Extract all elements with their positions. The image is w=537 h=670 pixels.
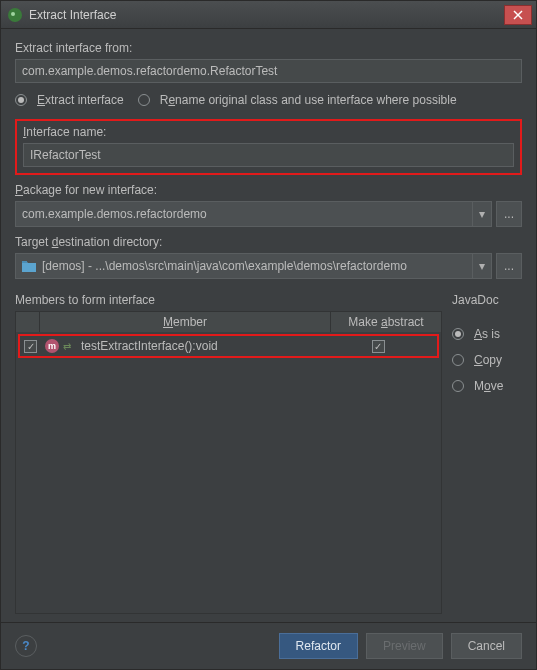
th-check xyxy=(16,312,40,332)
javadoc-asis-label: As is xyxy=(474,327,500,341)
destination-combo[interactable]: [demos] - ...\demos\src\main\java\com\ex… xyxy=(15,253,492,279)
radio-icon xyxy=(452,328,464,340)
javadoc-move-label: Move xyxy=(474,379,503,393)
chevron-down-icon: ▾ xyxy=(472,254,485,278)
dialog-footer: ? Refactor Preview Cancel xyxy=(1,622,536,669)
javadoc-panel: JavaDoc As is Copy Move xyxy=(452,293,522,614)
destination-label: Target destination directory: xyxy=(15,235,522,249)
javadoc-move-option[interactable]: Move xyxy=(452,379,522,393)
preview-button: Preview xyxy=(366,633,443,659)
radio-icon xyxy=(15,94,27,106)
refactor-button[interactable]: Refactor xyxy=(279,633,358,659)
chevron-down-icon: ▾ xyxy=(472,202,485,226)
close-icon xyxy=(513,10,523,20)
package-combo[interactable]: com.example.demos.refactordemo ▾ xyxy=(15,201,492,227)
svg-point-0 xyxy=(8,8,22,22)
members-area: Members to form interface Member Make ab… xyxy=(15,293,522,614)
extract-from-label: Extract interface from: xyxy=(15,41,522,55)
dialog-window: Extract Interface Extract interface from… xyxy=(0,0,537,670)
dialog-content: Extract interface from: Extract interfac… xyxy=(1,29,536,622)
interface-name-section: Interface name: xyxy=(15,119,522,175)
javadoc-copy-label: Copy xyxy=(474,353,502,367)
dialog-title: Extract Interface xyxy=(29,8,504,22)
members-header: Member Make abstract xyxy=(16,312,441,332)
package-browse-button[interactable]: ... xyxy=(496,201,522,227)
svg-point-1 xyxy=(11,12,15,16)
help-button[interactable]: ? xyxy=(15,635,37,657)
radio-icon xyxy=(452,380,464,392)
javadoc-copy-option[interactable]: Copy xyxy=(452,353,522,367)
package-section: Package for new interface: com.example.d… xyxy=(15,183,522,227)
destination-section: Target destination directory: [demos] - … xyxy=(15,235,522,279)
abstract-cell: ✓ xyxy=(323,340,433,353)
member-checkbox[interactable]: ✓ xyxy=(24,340,37,353)
close-button[interactable] xyxy=(504,5,532,25)
members-left: Members to form interface Member Make ab… xyxy=(15,293,442,614)
member-name: testExtractInterface():void xyxy=(81,339,323,353)
extract-from-input[interactable] xyxy=(15,59,522,83)
mode-row: Extract interface Rename original class … xyxy=(15,93,522,107)
method-icon: m xyxy=(45,339,59,353)
mode-extract-option[interactable]: Extract interface xyxy=(15,93,124,107)
interface-name-label: Interface name: xyxy=(23,125,514,139)
radio-icon xyxy=(138,94,150,106)
package-value: com.example.demos.refactordemo xyxy=(22,207,207,221)
mode-rename-label: Rename original class and use interface … xyxy=(160,93,457,107)
members-table: Member Make abstract ✓ m ⇄ testExtractIn… xyxy=(15,311,442,614)
interface-name-input[interactable] xyxy=(23,143,514,167)
return-type-icon: ⇄ xyxy=(63,341,71,352)
radio-icon xyxy=(452,354,464,366)
folder-icon xyxy=(22,261,36,272)
members-title: Members to form interface xyxy=(15,293,442,307)
mode-extract-label: Extract interface xyxy=(37,93,124,107)
th-member: Member xyxy=(40,312,331,332)
svg-rect-4 xyxy=(22,261,27,263)
mode-rename-option[interactable]: Rename original class and use interface … xyxy=(138,93,457,107)
javadoc-asis-option[interactable]: As is xyxy=(452,327,522,341)
destination-value: [demos] - ...\demos\src\main\java\com\ex… xyxy=(42,259,407,273)
javadoc-title: JavaDoc xyxy=(452,293,522,307)
abstract-checkbox[interactable]: ✓ xyxy=(372,340,385,353)
app-icon xyxy=(7,7,23,23)
member-row[interactable]: ✓ m ⇄ testExtractInterface():void ✓ xyxy=(18,334,439,358)
destination-browse-button[interactable]: ... xyxy=(496,253,522,279)
cancel-button[interactable]: Cancel xyxy=(451,633,522,659)
th-abstract: Make abstract xyxy=(331,312,441,332)
titlebar: Extract Interface xyxy=(1,1,536,29)
package-label: Package for new interface: xyxy=(15,183,522,197)
